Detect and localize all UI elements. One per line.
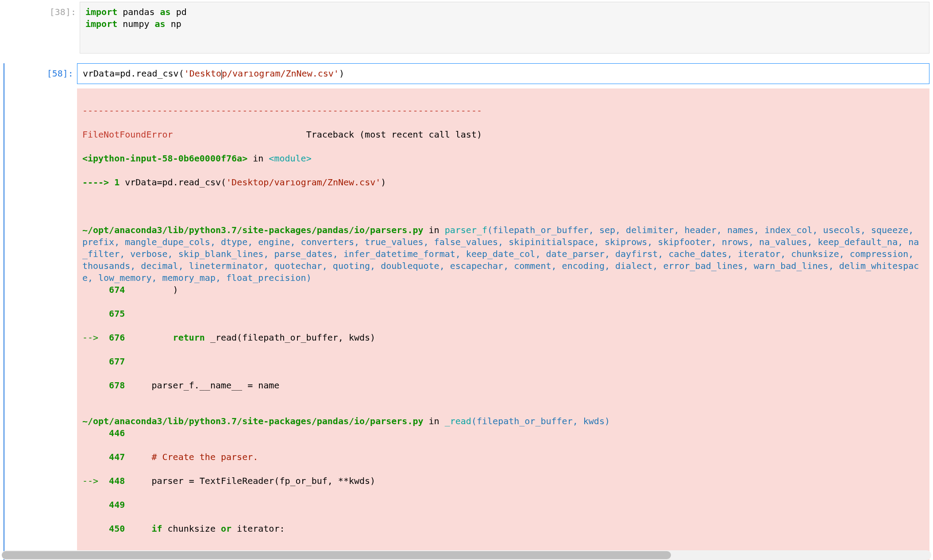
hscrollbar-thumb[interactable] (2, 551, 671, 559)
input-area-cell-58[interactable]: vrData=pd.read_csv('Desktop/varıogram/Zn… (77, 63, 929, 84)
hscrollbar-track (2, 550, 931, 560)
code-line: import pandas as pd (85, 6, 924, 18)
input-area-cell-38[interactable]: import pandas as pd import numpy as np (80, 2, 929, 54)
code-line: import numpy as np (85, 18, 924, 30)
prompt-cell-38: [38]: (9, 2, 80, 18)
code-line: vrData=pd.read_csv('Desktop/varıogram/Zn… (83, 68, 924, 80)
error-output-cell-58: ----------------------------------------… (77, 88, 929, 560)
notebook: [38]: import pandas as pd import numpy a… (0, 0, 933, 560)
run-indicator-cell-38 (4, 2, 7, 54)
horizontal-scrollbar[interactable] (2, 550, 931, 560)
prompt-cell-58: [58]: (6, 63, 77, 80)
run-indicator-cell-58 (4, 63, 4, 560)
cell-38[interactable]: [38]: import pandas as pd import numpy a… (4, 2, 929, 54)
cell-58[interactable]: [58]: vrData=pd.read_csv('Desktop/varıog… (4, 63, 929, 560)
